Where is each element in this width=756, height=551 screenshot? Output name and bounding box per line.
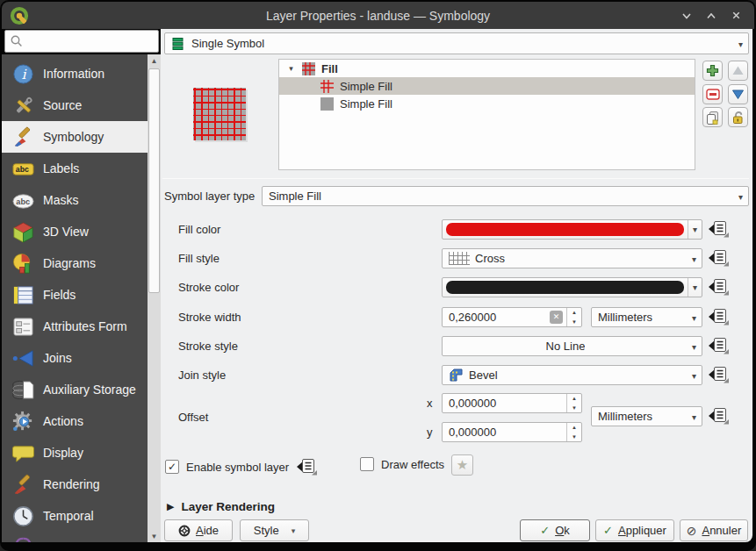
stroke-style-combobox[interactable]: No Line ▾: [442, 336, 702, 356]
scrollbar-thumb[interactable]: [148, 68, 160, 293]
stroke-color-button[interactable]: ▾: [442, 277, 702, 297]
plus-icon: [706, 64, 719, 77]
diagrams-icon: [11, 252, 35, 276]
tree-row-fill[interactable]: ▾ Fill: [279, 60, 695, 77]
stroke-width-override-button[interactable]: [708, 307, 730, 326]
sidebar-item-source[interactable]: Source: [2, 89, 148, 121]
sidebar-item-label: Masks: [43, 193, 78, 207]
stroke-width-value[interactable]: 0,260000: [443, 311, 550, 324]
help-button[interactable]: Aide: [164, 519, 233, 541]
minus-icon: [706, 89, 720, 100]
fill-style-override-button[interactable]: [708, 248, 730, 268]
offset-y-spin-arrows[interactable]: ▲▼: [566, 423, 581, 441]
fill-color-dropdown[interactable]: ▾: [688, 220, 702, 239]
window-shade-button[interactable]: [679, 8, 695, 24]
clear-icon[interactable]: ✕: [550, 311, 563, 324]
rendering-icon: [11, 473, 35, 497]
fill-style-combobox[interactable]: Cross ▾: [442, 248, 702, 268]
tree-row-simple-fill-1[interactable]: Simple Fill: [279, 77, 695, 95]
sidebar-item-variables[interactable]: Variables: [2, 532, 148, 542]
join-style-combobox[interactable]: Bevel ▾: [442, 365, 702, 385]
tree-expand-icon[interactable]: ▾: [286, 64, 296, 73]
window-close-button[interactable]: [728, 8, 744, 24]
tree-row-label: Simple Fill: [340, 80, 392, 93]
ok-button[interactable]: ✓ Ok: [520, 519, 590, 541]
offset-x-spinbox[interactable]: 0,000000 ▲▼: [442, 393, 582, 413]
lock-colors-button[interactable]: [728, 107, 748, 127]
apply-button[interactable]: ✓ Appliquer: [595, 519, 674, 541]
duplicate-symbol-layer-button[interactable]: [702, 107, 723, 127]
layer-rendering-toggle[interactable]: ▶ Layer Rendering: [167, 500, 275, 513]
join-style-override-button[interactable]: [708, 365, 730, 384]
symbol-layer-type-combobox[interactable]: Simple Fill ▾: [262, 186, 749, 206]
symbology-panel: Single Symbol ▾ ▾ Fill Simple Fill: [161, 29, 752, 542]
cancel-button[interactable]: ⊘ Annuler: [680, 519, 748, 541]
draw-effects-row: Draw effects: [360, 457, 444, 471]
sidebar-item-fields[interactable]: Fields: [2, 279, 148, 311]
check-icon: ✓: [603, 524, 613, 537]
stroke-width-spinbox[interactable]: 0,260000 ✕ ▲▼: [442, 307, 582, 327]
sidebar-item-actions[interactable]: Actions: [2, 405, 148, 437]
enable-symbol-layer-checkbox[interactable]: ✓: [165, 460, 179, 474]
spin-up-icon[interactable]: ▲: [567, 308, 581, 318]
scrollbar-up-arrow[interactable]: ▲: [148, 54, 161, 67]
labels-icon: abc: [11, 157, 35, 181]
add-symbol-layer-button[interactable]: [702, 61, 723, 81]
sidebar-item-label: Actions: [43, 414, 83, 428]
offset-x-value[interactable]: 0,000000: [443, 397, 566, 410]
move-down-button[interactable]: [728, 84, 748, 104]
offset-y-value[interactable]: 0,000000: [443, 426, 566, 439]
sidebar-item-attributes-form[interactable]: Attributes Form: [2, 311, 148, 342]
spin-up-icon[interactable]: ▲: [567, 394, 581, 404]
chevron-down-icon: ▾: [738, 39, 743, 48]
sidebar-item-3d-view[interactable]: 3D View: [2, 216, 148, 247]
sidebar-item-rendering[interactable]: Rendering: [2, 469, 148, 500]
renderer-combobox[interactable]: Single Symbol ▾: [164, 32, 749, 54]
offset-x-spin-arrows[interactable]: ▲▼: [566, 394, 581, 412]
fill-color-button[interactable]: ▾: [442, 219, 702, 240]
move-up-button[interactable]: [728, 61, 748, 81]
stroke-width-unit-combobox[interactable]: Millimeters ▾: [591, 307, 702, 327]
stroke-color-override-button[interactable]: [708, 277, 730, 297]
sidebar-item-auxiliary-storage[interactable]: Auxiliary Storage: [2, 374, 148, 405]
fill-color-override-button[interactable]: [708, 219, 730, 239]
customize-effects-button[interactable]: ★: [451, 454, 473, 476]
sidebar-item-masks[interactable]: abc Masks: [2, 184, 148, 216]
sidebar-scrollbar[interactable]: ▲ ▼: [148, 54, 161, 542]
search-icon: [10, 34, 24, 48]
attributes-form-icon: [11, 315, 35, 339]
offset-y-spinbox[interactable]: 0,000000 ▲▼: [442, 422, 582, 442]
offset-y-label: y: [427, 422, 433, 442]
sidebar-item-display[interactable]: Display: [2, 437, 148, 469]
scrollbar-down-arrow[interactable]: ▼: [148, 530, 161, 542]
sidebar-item-diagrams[interactable]: Diagrams: [2, 247, 148, 279]
sidebar-item-temporal[interactable]: Temporal: [2, 500, 148, 532]
titlebar[interactable]: Layer Properties - landuse — Symbology: [2, 2, 754, 29]
stroke-style-override-button[interactable]: [708, 336, 730, 355]
spin-up-icon[interactable]: ▲: [567, 423, 581, 433]
sidebar-item-symbology[interactable]: Symbology: [2, 121, 148, 153]
spin-down-icon[interactable]: ▼: [567, 404, 581, 413]
spin-down-icon[interactable]: ▼: [567, 433, 581, 442]
sidebar-item-labels[interactable]: abc Labels: [2, 153, 148, 184]
style-button[interactable]: Style ▾: [240, 519, 309, 541]
stroke-color-dropdown[interactable]: ▾: [688, 278, 702, 297]
source-icon: [11, 94, 35, 118]
unlock-icon: [731, 111, 745, 125]
offset-unit-combobox[interactable]: Millimeters ▾: [591, 406, 702, 426]
sidebar-item-information[interactable]: i Information: [2, 58, 148, 89]
spin-down-icon[interactable]: ▼: [567, 318, 581, 327]
sidebar-item-joins[interactable]: Joins: [2, 342, 148, 374]
offset-override-button[interactable]: [708, 406, 730, 426]
stroke-width-spin-arrows[interactable]: ▲▼: [566, 308, 581, 326]
offset-unit-value: Millimeters: [598, 410, 652, 423]
chevron-down-icon: ▾: [692, 370, 696, 380]
draw-effects-checkbox[interactable]: [360, 457, 374, 471]
stroke-width-label: Stroke width: [178, 307, 241, 327]
remove-symbol-layer-button[interactable]: [702, 84, 723, 104]
tree-row-simple-fill-2[interactable]: Simple Fill: [279, 95, 695, 112]
search-input[interactable]: [24, 35, 154, 48]
chevron-down-icon: ▾: [292, 526, 296, 535]
enable-symbol-layer-override-button[interactable]: [296, 457, 318, 476]
window-maximize-button[interactable]: [703, 8, 719, 24]
